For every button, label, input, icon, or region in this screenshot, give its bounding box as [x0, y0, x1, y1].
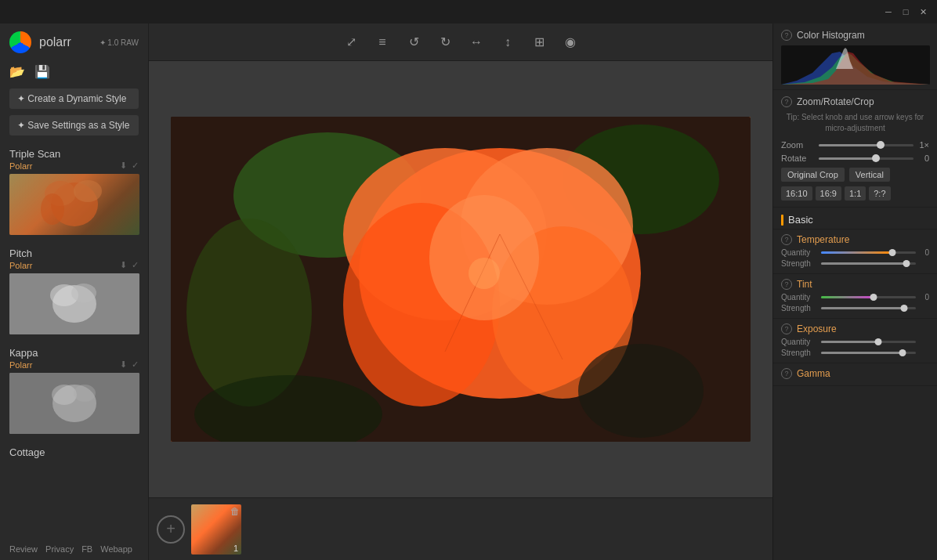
save-icon[interactable]: 💾: [34, 64, 50, 79]
ratio-custom-button[interactable]: ?:?: [869, 186, 890, 201]
exposure-quantity-slider[interactable]: [821, 341, 916, 343]
style-thumb-kapa: [9, 373, 139, 434]
zoom-tip: Tip: Select knob and use arrow keys for …: [781, 112, 929, 134]
temperature-quantity-label: Quantity: [781, 248, 817, 257]
rotate-slider[interactable]: [819, 157, 913, 160]
style-item-kapa: Карра Polarr ⬇ ✓: [0, 342, 148, 442]
download-icon-triple-scan[interactable]: ⬇: [120, 161, 127, 171]
tint-help-icon[interactable]: ?: [781, 279, 792, 290]
histogram-svg: [781, 45, 930, 85]
temperature-strength-label: Strength: [781, 259, 817, 268]
style-name-triple-scan: Triple Scan: [9, 148, 139, 160]
download-icon-kapa[interactable]: ⬇: [120, 359, 127, 370]
redo-button[interactable]: ↻: [432, 30, 458, 55]
eye-button[interactable]: ◉: [558, 30, 583, 55]
style-author-triple-scan: Polarr ⬇ ✓: [9, 161, 139, 171]
tint-header: ? Tint: [781, 279, 929, 290]
basic-title: Basic: [788, 214, 813, 226]
tint-quantity-label: Quantity: [781, 293, 817, 302]
fit-button[interactable]: ≡: [370, 30, 395, 55]
flower-svg: [171, 117, 751, 442]
footer-review[interactable]: Review: [9, 544, 38, 554]
style-author-pitch: Polarr ⬇ ✓: [9, 260, 139, 270]
tint-quantity-slider[interactable]: [821, 296, 916, 298]
exposure-strength-slider[interactable]: [821, 352, 916, 354]
canvas-area: [149, 61, 772, 497]
filmstrip-add-button[interactable]: +: [157, 515, 185, 544]
filmstrip-count: 1: [233, 544, 238, 553]
svg-point-25: [578, 344, 704, 438]
exposure-quantity-row: Quantity: [781, 338, 929, 346]
crop-buttons: Original Crop Vertical: [781, 168, 929, 182]
style-name-cottage: Cottage: [9, 446, 139, 458]
footer-links: Review Privacy FB Webapp: [0, 538, 148, 560]
style-name-kapa: Карра: [9, 347, 139, 359]
minimize-button[interactable]: ─: [881, 4, 896, 20]
ratio-1-1-button[interactable]: 1:1: [845, 186, 866, 201]
app-body: polarr ✦ 1.0 RAW 📂 💾 ✦ Create a Dynamic …: [0, 23, 937, 560]
zoom-value: 1×: [918, 140, 929, 150]
filmstrip: + 🗑 1: [149, 497, 772, 560]
temperature-help-icon[interactable]: ?: [781, 234, 792, 245]
style-thumb-svg-triple-scan: [9, 174, 139, 235]
zoom-help-icon[interactable]: ?: [781, 96, 792, 107]
check-icon-pitch[interactable]: ✓: [132, 260, 139, 270]
tint-strength-slider[interactable]: [821, 307, 916, 309]
exposure-header: ? Exposure: [781, 323, 929, 334]
vertical-crop-button[interactable]: Vertical: [849, 168, 890, 182]
zoom-slider-row: Zoom 1×: [781, 140, 929, 150]
footer-privacy[interactable]: Privacy: [45, 544, 74, 554]
zoom-slider[interactable]: [819, 144, 913, 146]
footer-webapp[interactable]: Webapp: [100, 544, 132, 554]
check-icon-kapa[interactable]: ✓: [132, 359, 139, 370]
open-folder-icon[interactable]: 📂: [9, 64, 25, 79]
filmstrip-delete-icon[interactable]: 🗑: [230, 506, 240, 517]
close-button[interactable]: ✕: [915, 4, 931, 20]
temperature-title: Temperature: [797, 234, 849, 245]
sidebar-file-icons: 📂 💾: [0, 61, 148, 85]
gamma-help-icon[interactable]: ?: [781, 368, 792, 379]
histogram-help-icon[interactable]: ?: [781, 30, 792, 41]
footer-fb[interactable]: FB: [81, 544, 92, 554]
original-crop-button[interactable]: Original Crop: [781, 168, 845, 182]
style-author-kapa: Polarr ⬇ ✓: [9, 359, 139, 370]
zoom-rotate-header: ? Zoom/Rotate/Crop: [781, 96, 929, 107]
create-dynamic-style-button[interactable]: ✦ Create a Dynamic Style: [9, 89, 139, 109]
ratio-16-10-button[interactable]: 16:10: [781, 186, 812, 201]
fullscreen-button[interactable]: ⤢: [338, 30, 364, 55]
style-icons-triple-scan: ⬇ ✓: [120, 161, 139, 171]
gamma-title: Gamma: [797, 368, 830, 379]
maximize-button[interactable]: □: [898, 4, 913, 20]
basic-section-marker: [781, 215, 783, 226]
svg-point-12: [74, 385, 96, 402]
exposure-title: Exposure: [797, 323, 837, 334]
check-icon-triple-scan[interactable]: ✓: [132, 161, 139, 171]
ratio-16-9-button[interactable]: 16:9: [816, 186, 841, 201]
save-settings-style-button[interactable]: ✦ Save Settings as a Style: [9, 115, 139, 135]
flip-v-button[interactable]: ↕: [495, 30, 520, 55]
exposure-strength-row: Strength: [781, 349, 929, 357]
tint-section: ? Tint Quantity 0 Strength: [773, 274, 937, 319]
raw-badge: ✦ 1.0 RAW: [99, 38, 139, 47]
copy-button[interactable]: ⊞: [526, 30, 552, 55]
right-panel: ? Color Histogram ?: [772, 23, 937, 560]
zoom-rotate-title: Zoom/Rotate/Crop: [797, 96, 874, 107]
filmstrip-thumb-0[interactable]: 🗑 1: [191, 504, 241, 555]
style-icons-kapa: ⬇ ✓: [120, 359, 139, 370]
temperature-strength-slider[interactable]: [821, 262, 916, 265]
exposure-strength-label: Strength: [781, 349, 817, 357]
titlebar: ─ □ ✕: [0, 0, 937, 23]
histogram-section: ? Color Histogram: [773, 23, 937, 90]
temperature-quantity-slider[interactable]: [821, 251, 916, 254]
exposure-help-icon[interactable]: ?: [781, 323, 792, 334]
temperature-quantity-row: Quantity 0: [781, 248, 929, 257]
temperature-strength-row: Strength: [781, 259, 929, 268]
download-icon-pitch[interactable]: ⬇: [120, 260, 127, 270]
tint-quantity-row: Quantity 0: [781, 293, 929, 302]
rotate-label: Rotate: [781, 154, 814, 163]
ratio-buttons: 16:10 16:9 1:1 ?:?: [781, 186, 929, 201]
rotate-value: 0: [918, 154, 929, 163]
flip-h-button[interactable]: ↔: [464, 30, 489, 55]
histogram-header: ? Color Histogram: [781, 30, 929, 41]
undo-button[interactable]: ↺: [401, 30, 426, 55]
